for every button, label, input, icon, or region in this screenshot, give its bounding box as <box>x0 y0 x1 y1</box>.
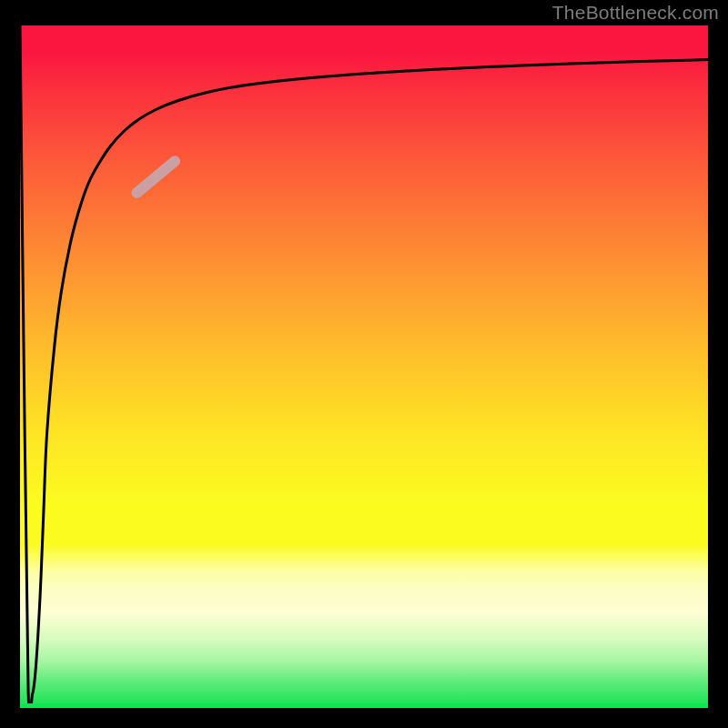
chart-frame: TheBottleneck.com <box>0 0 728 728</box>
curve-svg <box>20 25 708 708</box>
credit-watermark: TheBottleneck.com <box>552 2 719 24</box>
bottleneck-curve <box>20 25 708 708</box>
curve-layer <box>20 25 708 708</box>
plot-area <box>20 25 708 708</box>
bottom-green-strip <box>20 703 708 708</box>
highlight-segment <box>137 161 176 193</box>
